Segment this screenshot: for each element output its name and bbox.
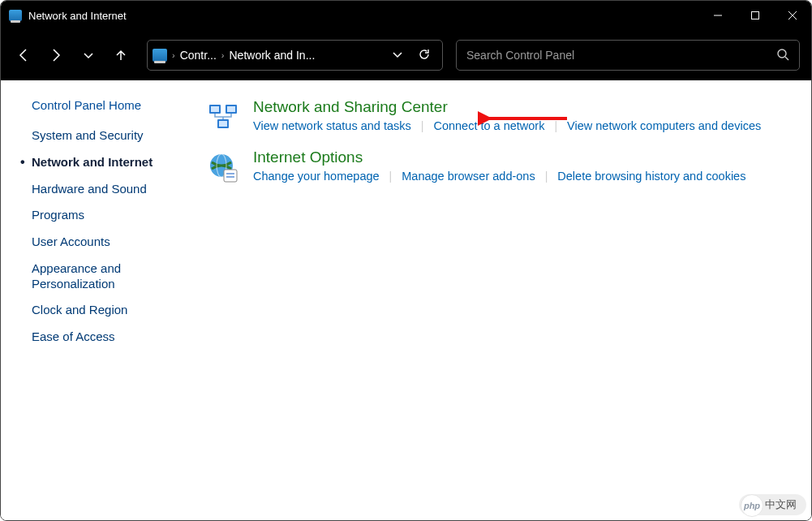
app-icon [9,10,22,21]
network-sharing-icon [208,101,240,134]
sublink-delete-history[interactable]: Delete browsing history and cookies [557,170,745,183]
svg-point-4 [778,50,786,58]
sidebar: Control Panel Home System and Security N… [1,98,208,520]
maximize-button[interactable] [737,1,774,30]
recent-locations-button[interactable] [77,39,100,71]
breadcrumb-part[interactable]: Contr... [180,49,217,62]
sidebar-item-user-accounts[interactable]: User Accounts [32,235,200,250]
window-controls [699,1,811,30]
sublink-view-computers[interactable]: View network computers and devices [567,119,761,132]
search-box[interactable] [456,40,800,71]
refresh-button[interactable] [418,48,431,63]
sidebar-item-programs[interactable]: Programs [32,208,200,223]
up-button[interactable] [110,39,132,71]
sublink-view-status[interactable]: View network status and tasks [253,119,411,132]
minimize-button[interactable] [699,1,737,30]
category-network-sharing: Network and Sharing Center View network … [208,98,787,134]
separator: | [380,170,402,183]
category-title-link[interactable]: Network and Sharing Center [253,98,448,116]
svg-line-5 [785,57,788,60]
forward-button[interactable] [45,39,67,71]
breadcrumb-part[interactable]: Network and In... [229,49,315,62]
separator: | [535,170,558,183]
main-pane: Network and Sharing Center View network … [208,98,811,520]
sidebar-item-clock-region[interactable]: Clock and Region [32,303,200,318]
watermark-badge: php [741,494,763,517]
svg-rect-9 [211,106,219,112]
sidebar-item-system-security[interactable]: System and Security [32,128,200,144]
sublink-manage-addons[interactable]: Manage browser add-ons [402,170,535,183]
window-title: Network and Internet [28,10,127,22]
svg-rect-1 [752,12,759,19]
address-bar[interactable]: › Contr... › Network and In... [147,40,443,71]
location-icon [153,49,167,62]
search-input[interactable] [466,49,776,62]
close-button[interactable] [774,1,811,30]
titlebar-left: Network and Internet [1,10,127,22]
separator: | [411,119,434,132]
svg-rect-14 [224,170,237,182]
titlebar: Network and Internet [1,1,811,30]
watermark-text: 中文网 [765,497,797,512]
chevron-right-icon[interactable]: › [220,50,226,60]
chevron-down-icon[interactable] [392,49,403,62]
internet-options-icon [208,152,240,184]
content-area: Control Panel Home System and Security N… [1,80,811,520]
sidebar-item-network-internet[interactable]: Network and Internet [32,155,200,170]
separator: | [544,119,567,132]
category-title-link[interactable]: Internet Options [253,149,363,166]
svg-rect-11 [219,121,227,127]
sublink-connect-network[interactable]: Connect to a network [433,119,544,132]
watermark: php 中文网 [739,494,806,515]
sidebar-item-appearance[interactable]: Appearance and Personalization [32,261,200,292]
toolbar: › Contr... › Network and In... [1,30,811,80]
back-button[interactable] [12,39,35,71]
control-panel-home-link[interactable]: Control Panel Home [32,98,200,112]
chevron-right-icon[interactable]: › [170,50,177,60]
sidebar-item-hardware-sound[interactable]: Hardware and Sound [32,182,200,197]
category-internet-options: Internet Options Change your homepage | … [208,149,787,184]
search-icon[interactable] [776,48,789,63]
svg-rect-10 [227,106,235,112]
sublink-change-homepage[interactable]: Change your homepage [253,170,380,183]
sidebar-item-ease-of-access[interactable]: Ease of Access [32,329,200,345]
